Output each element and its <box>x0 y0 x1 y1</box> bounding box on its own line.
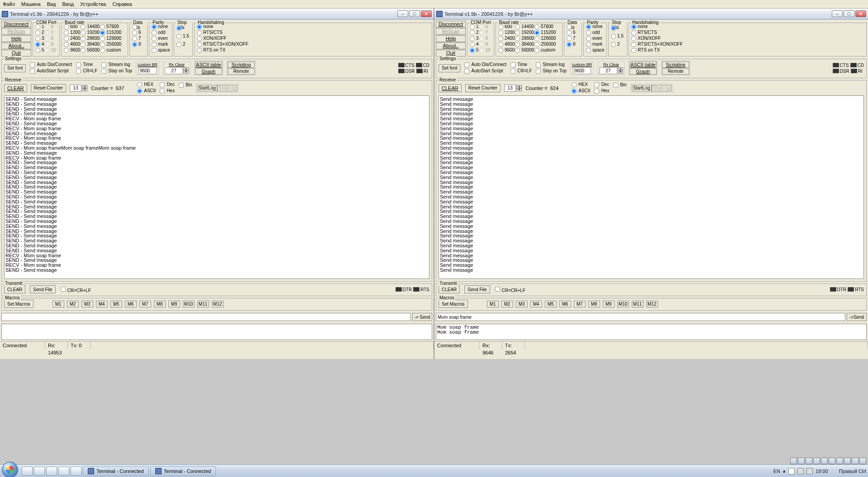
macro-button[interactable]: M11 <box>632 301 644 307</box>
stopbits-radio[interactable]: 2 <box>610 40 624 48</box>
macro-button[interactable]: M11 <box>197 301 209 307</box>
baud-radio[interactable]: 128000 <box>100 36 121 42</box>
databits-radio[interactable]: 7 <box>566 36 576 42</box>
taskbar-task[interactable]: Terminal - Connected <box>150 466 216 476</box>
macro-button[interactable]: M1 <box>52 301 64 307</box>
handshaking-radio[interactable]: RTS/CTS <box>196 30 248 36</box>
autostart-check[interactable]: AutoStart Script <box>464 68 506 74</box>
close-button[interactable]: ✕ <box>855 10 866 17</box>
about-button[interactable]: About.. <box>1 43 31 49</box>
dtr-indicator[interactable]: DTR <box>830 287 847 292</box>
macro-button[interactable]: M7 <box>139 301 151 307</box>
vm-menu-devices[interactable]: Устройства <box>80 1 106 7</box>
scripting-button[interactable]: Scripting <box>662 61 689 68</box>
autostart-check[interactable]: AutoStart Script <box>29 68 72 74</box>
baud-radio[interactable]: 56000 <box>80 47 100 53</box>
com-port-radio[interactable]: 4 <box>469 42 479 47</box>
macro-button[interactable]: M2 <box>67 301 79 307</box>
com-port-radio[interactable]: 3 <box>35 36 44 42</box>
recv-clear-button[interactable]: CLEAR <box>4 84 27 92</box>
macro-button[interactable]: M12 <box>646 301 658 307</box>
send-input[interactable] <box>1 313 411 321</box>
macro-button[interactable]: M8 <box>154 301 166 307</box>
help-button[interactable]: Help <box>1 35 31 42</box>
set-font-button[interactable]: Set font <box>4 64 26 72</box>
com-port-radio[interactable]: 10 <box>44 47 56 53</box>
macro-button[interactable]: M6 <box>559 301 571 307</box>
help-button[interactable]: Help <box>436 35 466 42</box>
macro-button[interactable]: M4 <box>530 301 542 307</box>
baud-radio[interactable]: 2400 <box>63 36 80 42</box>
parity-radio[interactable]: even <box>151 36 170 42</box>
tray-network-icon[interactable] <box>797 468 804 474</box>
lang-indicator[interactable]: EN <box>773 468 780 474</box>
set-font-button[interactable]: Set font <box>439 64 460 72</box>
startlog-button[interactable]: StartLog <box>632 85 652 91</box>
macro-button[interactable]: M10 <box>183 301 195 307</box>
recv-spin-input[interactable] <box>70 85 81 92</box>
baud-radio[interactable]: 115200 <box>100 30 121 36</box>
trans-clear-button[interactable]: CLEAR <box>439 285 460 293</box>
custom-br-input[interactable] <box>573 67 591 74</box>
baud-radio[interactable]: 128000 <box>534 36 556 42</box>
spin-up[interactable]: ▲ <box>82 85 87 88</box>
bin-check[interactable]: Bin <box>178 82 192 88</box>
remote-button[interactable]: Remote <box>228 68 255 75</box>
baud-radio[interactable]: 57600 <box>534 24 556 30</box>
ascii-table-button[interactable]: ASCII table <box>630 61 657 68</box>
custom-br-input[interactable] <box>138 67 157 74</box>
rxclear-input[interactable] <box>599 67 617 74</box>
handshaking-radio[interactable]: RTS/CTS+XON/XOFF <box>196 42 248 47</box>
macro-button[interactable]: M10 <box>617 301 629 307</box>
macro-button[interactable]: M4 <box>96 301 108 307</box>
streamlog-check[interactable]: Stream log <box>101 62 132 68</box>
baud-radio[interactable]: 19200 <box>515 30 534 36</box>
vm-menu-input[interactable]: Ввод <box>62 1 74 7</box>
spin-up[interactable]: ▲ <box>516 85 522 88</box>
stoplog-button[interactable]: StopLog <box>217 85 237 91</box>
tray-flag-icon[interactable] <box>788 468 795 474</box>
time-check[interactable]: Time <box>510 62 532 68</box>
com-port-radio[interactable]: 3 <box>469 36 479 42</box>
reset-counter-button[interactable]: Reset Counter <box>465 84 501 92</box>
parity-radio[interactable]: mark <box>151 42 170 47</box>
output-textarea[interactable]: Mom soap frame Mom soap frame <box>436 324 867 340</box>
com-port-radio[interactable]: 2 <box>469 30 479 36</box>
vm-icon[interactable] <box>844 458 851 464</box>
set-macros-button[interactable]: Set Macros <box>439 300 468 308</box>
stopbits-radio[interactable]: 1.5 <box>176 32 189 40</box>
spin-up[interactable]: ▲ <box>183 67 189 71</box>
send-input[interactable] <box>436 313 845 321</box>
vm-icon[interactable] <box>821 458 828 464</box>
dtr-indicator[interactable]: DTR <box>396 287 412 292</box>
baud-radio[interactable]: 19200 <box>80 30 100 36</box>
ascii-table-button[interactable]: ASCII table <box>195 61 222 68</box>
vm-icon[interactable] <box>813 458 820 464</box>
vm-menu-machine[interactable]: Машина <box>21 1 41 7</box>
macro-button[interactable]: M1 <box>487 301 499 307</box>
baud-radio[interactable]: 256000 <box>534 42 556 47</box>
com-port-radio[interactable]: 2 <box>35 30 44 36</box>
recv-clear-button[interactable]: CLEAR <box>439 84 462 92</box>
spin-down[interactable]: ▼ <box>183 71 189 74</box>
handshaking-radio[interactable]: XON/XOFF <box>631 36 683 42</box>
com-port-radio[interactable]: 7 <box>479 30 491 36</box>
taskbar-icon[interactable] <box>34 467 45 476</box>
baud-radio[interactable]: 9600 <box>498 47 515 53</box>
receive-textarea[interactable]: SEND - Send messageSEND - Send messageSE… <box>4 95 429 279</box>
stayontop-check[interactable]: Stay on Top <box>535 68 567 74</box>
baud-radio[interactable]: custom <box>100 47 121 53</box>
macro-button[interactable]: M12 <box>212 301 224 307</box>
taskbar-icon[interactable] <box>71 467 81 476</box>
taskbar-task[interactable]: Terminal - Connected <box>83 466 149 476</box>
hex2-check[interactable]: Hex <box>159 88 175 94</box>
stopbits-radio[interactable]: 2 <box>176 40 189 48</box>
vm-menu-view[interactable]: Вид <box>47 1 56 7</box>
databits-radio[interactable]: 6 <box>132 30 141 36</box>
recv-spin-input[interactable] <box>504 85 516 92</box>
receive-textarea[interactable]: Send messageSend messageSend messageSend… <box>439 95 864 279</box>
taskbar-icon[interactable] <box>22 467 33 476</box>
rescan-button[interactable]: ReScan <box>436 28 466 35</box>
rescan-button[interactable]: ReScan <box>1 28 31 35</box>
send-button[interactable]: -> Send <box>412 313 432 321</box>
